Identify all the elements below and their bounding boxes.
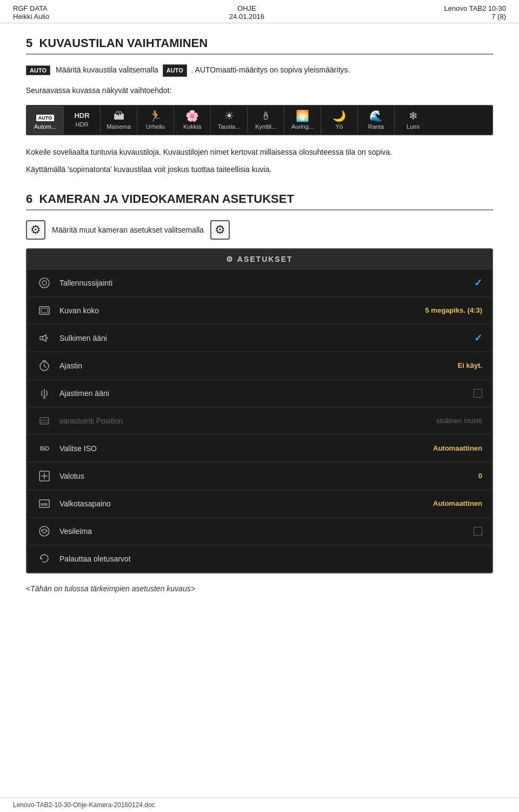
mode-lumi[interactable]: ❄ Lumi: [395, 106, 431, 134]
mode-tausta-label: Tausta...: [218, 123, 241, 130]
intro-prefix: Määritä kuvaustila valitsemalla: [56, 65, 158, 74]
settings-intro-text: Määritä muut kameran asetukset valitsema…: [52, 226, 204, 234]
svg-rect-4: [40, 336, 43, 340]
page-number: 7 (8): [491, 12, 506, 21]
gear-icon-box-ref: ⚙: [210, 220, 230, 240]
mode-maisema-label: Maisema: [107, 123, 131, 130]
iso-label-text: Valitse ISO: [59, 444, 433, 453]
mode-auto-icon: AUTO: [36, 110, 54, 121]
varastointi-value: sisäinen muisti: [436, 417, 482, 425]
header-left: RGF DATA Heikki Aulio: [13, 4, 49, 21]
section5-para1: Kokeile soveliaalta tuntuvia kuvaustiloj…: [26, 146, 493, 158]
svg-point-16: [42, 529, 46, 533]
mode-maisema-icon: 🏔: [114, 110, 124, 121]
header-center: OHJE 24.01.2016: [229, 4, 264, 21]
ajastimen-aani-label: Ajastimen ääni: [59, 389, 474, 398]
kuvan-koko-label: Kuvan koko: [59, 306, 425, 315]
mode-hdr[interactable]: HDR HDR: [64, 106, 101, 134]
gear-icon-ref: ⚙: [215, 223, 225, 237]
settings-row-tallennussijainti[interactable]: Tallennussijainti ✓: [27, 269, 492, 297]
kuvan-koko-value: 5 megapiks. (4:3): [425, 306, 483, 314]
mode-auto-label: Autom...: [34, 123, 56, 130]
valkotasapaino-icon: WB: [37, 496, 52, 511]
settings-row-iso[interactable]: ISO Valitse ISO Automaattinen: [27, 435, 492, 463]
settings-row-ajastin[interactable]: Ajastin Ei käyt.: [27, 352, 492, 380]
valotus-icon: [37, 468, 52, 484]
mode-kukkia[interactable]: 🌸 Kukkia: [174, 106, 211, 134]
mode-urheilu-label: Urheilu: [146, 123, 165, 130]
section6-title: KAMERAN JA VIDEOKAMERAN ASETUKSET: [39, 192, 294, 206]
settings-row-vesileima[interactable]: Vesileima: [27, 518, 492, 545]
settings-intro-row: ⚙ Määritä muut kameran asetukset valitse…: [26, 220, 493, 240]
section5-title: KUVAUSTILAN VAIHTAMINEN: [39, 36, 208, 50]
settings-row-valotus[interactable]: Valotus 0: [27, 463, 492, 490]
author-name: Heikki Aulio: [13, 12, 49, 21]
mode-auring-icon: 🌅: [296, 110, 309, 121]
mode-kynttil[interactable]: 🕯 Kynttil...: [248, 106, 284, 134]
gear-icon-box: ⚙: [26, 220, 45, 240]
header-right: Lenovo TAB2 10-30 7 (8): [444, 4, 506, 21]
valotus-value: 0: [478, 472, 482, 480]
settings-row-valkotasapaino[interactable]: WB Valkotasapaino Automaattinen: [27, 490, 492, 518]
kuvan-koko-icon: [37, 303, 52, 318]
settings-row-sulkimen-aani[interactable]: Sulkimen ääni ✓: [27, 325, 492, 352]
svg-rect-3: [41, 308, 48, 313]
section5-number: 5: [26, 36, 32, 50]
mode-auring[interactable]: 🌅 Auring...: [284, 106, 321, 134]
mode-yo[interactable]: 🌙 Yö: [321, 106, 358, 134]
mode-kukkia-icon: 🌸: [185, 110, 199, 121]
section6-number: 6: [26, 192, 32, 206]
mode-ranta[interactable]: 🌊 Ranta: [358, 106, 395, 134]
iso-icon: ISO: [37, 441, 52, 456]
mode-hdr-label: HDR: [76, 121, 89, 128]
mode-urheilu-icon: 🏃: [149, 110, 162, 121]
mode-maisema[interactable]: 🏔 Maisema: [101, 106, 137, 134]
mode-yo-label: Yö: [336, 123, 343, 130]
mode-tausta-icon: ☀: [224, 110, 234, 121]
svg-text:WB: WB: [41, 502, 48, 507]
tallennussijainti-icon: [37, 275, 52, 291]
auto-badge-ref: AUTO: [163, 64, 187, 77]
settings-title-bar: ⚙ ASETUKSET: [27, 249, 492, 269]
settings-row-palauttaa[interactable]: Palauttaa oletusarvot: [27, 545, 492, 572]
iso-value: Automaattinen: [433, 444, 482, 452]
section5-para2: Käyttämällä 'sopimatonta' kuvaustilaa vo…: [26, 163, 493, 175]
palauttaa-icon: [37, 551, 52, 566]
mode-yo-icon: 🌙: [332, 110, 346, 121]
main-content: 5 KUVAUSTILAN VAIHTAMINEN AUTO Määritä k…: [0, 23, 519, 625]
mode-auto[interactable]: AUTO Autom...: [27, 106, 64, 134]
doc-type: OHJE: [237, 4, 256, 12]
mode-auring-label: Auring...: [291, 123, 314, 130]
settings-row-ajastimen-aani[interactable]: Ajastimen ääni: [27, 380, 492, 407]
mode-lumi-icon: ❄: [409, 110, 418, 121]
device-name: Lenovo TAB2 10-30: [444, 4, 506, 12]
settings-panel: ⚙ ASETUKSET Tallennussijainti ✓ Kuvan ko…: [26, 248, 493, 573]
mode-kukkia-label: Kukkia: [183, 123, 201, 130]
varastointi-icon: [37, 413, 52, 428]
vesileima-value: [474, 527, 482, 536]
valkotasapaino-label: Valkotasapaino: [59, 499, 433, 508]
mode-lumi-label: Lumi: [407, 123, 420, 130]
ajastin-icon: [37, 358, 52, 373]
settings-row-kuvan-koko[interactable]: Kuvan koko 5 megapiks. (4:3): [27, 297, 492, 325]
auto-badge-inline: AUTO: [26, 65, 50, 75]
ajastimen-aani-icon: [37, 386, 52, 401]
mode-urheilu[interactable]: 🏃 Urheilu: [137, 106, 174, 134]
intro-text: Määritä kuvaustila valitsemalla AUTO . A…: [56, 64, 350, 77]
intro-suffix: . AUTOmaatti-määritys on sopiva yleismää…: [191, 65, 350, 74]
mode-hdr-icon: HDR: [74, 112, 89, 119]
footer-text: Lenovo-TAB2-10-30-Ohje-Kamera-20160124.d…: [13, 801, 155, 809]
vesileima-icon: [37, 524, 52, 539]
doc-date: 24.01.2016: [229, 12, 264, 21]
section5-heading: 5 KUVAUSTILAN VAIHTAMINEN: [26, 36, 493, 55]
svg-rect-7: [40, 418, 49, 424]
mode-kynttil-label: Kynttil...: [255, 123, 276, 130]
tallennussijainti-value: ✓: [474, 277, 482, 289]
tallennussijainti-label: Tallennussijainti: [59, 279, 474, 287]
company-name: RGF DATA: [13, 4, 49, 12]
mode-tausta[interactable]: ☀ Tausta...: [211, 106, 248, 134]
ajastimen-aani-value: [474, 389, 482, 398]
mode-ranta-icon: 🌊: [369, 110, 383, 121]
next-text: Seuraavassa kuvassa näkyvät vaihtoehdot:: [26, 84, 493, 96]
mode-kynttil-icon: 🕯: [261, 110, 271, 121]
